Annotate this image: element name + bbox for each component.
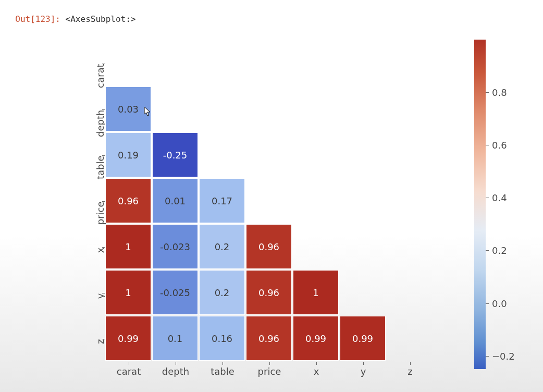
colorbar-tick-mark xyxy=(486,92,489,93)
heatmap-cell-value: 1 xyxy=(125,287,131,298)
x-tick-mark xyxy=(129,362,129,365)
out-prompt-value: <AxesSubplot:> xyxy=(66,14,136,24)
heatmap-cell: 0.16 xyxy=(199,316,245,361)
heatmap-cell-value: 0.96 xyxy=(118,195,139,206)
heatmap-cell: -0.025 xyxy=(152,270,198,315)
heatmap-cell: 0.1 xyxy=(152,316,198,361)
colorbar-tick-label: 0.6 xyxy=(492,140,507,151)
heatmap-cell-value: 0.03 xyxy=(118,104,139,115)
heatmap-cell-value: 0.96 xyxy=(258,287,279,298)
heatmap-cell: 0.19 xyxy=(105,132,151,177)
heatmap-cell-value: 0.96 xyxy=(258,333,279,344)
y-tick-label: price xyxy=(95,202,106,243)
heatmap-cell-value: 0.96 xyxy=(258,241,279,252)
x-tick-mark xyxy=(176,362,176,365)
heatmap-cell: 1 xyxy=(105,270,151,315)
y-tick-label: depth xyxy=(95,110,106,152)
heatmap-cell: -0.25 xyxy=(152,132,198,177)
out-prompt-label: Out[123]: xyxy=(15,14,65,24)
heatmap-cell-value: 0.99 xyxy=(118,333,139,344)
x-tick-label: x xyxy=(293,366,340,377)
colorbar-tick-label: 0.8 xyxy=(492,87,507,98)
x-tick-mark xyxy=(363,362,364,365)
heatmap-cell-value: -0.25 xyxy=(163,150,188,161)
heatmap-cell-value: 0.01 xyxy=(165,195,186,206)
colorbar-tick-label: −0.2 xyxy=(492,350,515,361)
colorbar-tick-label: 0.0 xyxy=(492,298,507,309)
colorbar-tick-mark xyxy=(486,198,489,198)
x-tick-mark xyxy=(223,362,223,365)
jupyter-output-header: Out[123]: <AxesSubplot:> xyxy=(0,0,543,24)
heatmap-cell: 0.99 xyxy=(293,316,339,361)
colorbar-tick-mark xyxy=(486,145,489,145)
heatmap-cell: 0.99 xyxy=(340,316,386,361)
x-tick-mark xyxy=(269,362,270,365)
heatmap-cell: 0.96 xyxy=(246,224,292,269)
heatmap-grid: 0.030.19-0.250.960.010.171-0.0230.20.961… xyxy=(105,41,434,362)
heatmap-cell-value: 0.17 xyxy=(212,195,232,206)
heatmap-cell: 0.96 xyxy=(246,270,292,315)
heatmap-cell-value: 0.19 xyxy=(118,150,139,161)
y-tick-label: z xyxy=(95,339,106,381)
heatmap-cell: 0.01 xyxy=(152,178,198,223)
y-tick-label: x xyxy=(95,248,106,289)
heatmap-cell: 0.96 xyxy=(105,178,151,223)
heatmap-cell-value: 0.99 xyxy=(352,333,373,344)
heatmap-cell: 0.17 xyxy=(199,178,245,223)
colorbar-tick-mark xyxy=(486,356,489,357)
x-tick-label: z xyxy=(387,366,434,377)
heatmap-cell: 1 xyxy=(105,224,151,269)
heatmap-cell: 0.2 xyxy=(199,224,245,269)
heatmap-cell: 0.96 xyxy=(246,316,292,361)
heatmap-cell: 0.99 xyxy=(105,316,151,361)
colorbar: −0.20.00.20.40.60.8 xyxy=(474,40,521,369)
heatmap-cell: -0.023 xyxy=(152,224,198,269)
heatmap-cell-value: -0.023 xyxy=(160,241,190,252)
heatmap-figure: caratdepthtablepricexyz 0.030.19-0.250.9… xyxy=(73,36,532,381)
heatmap-cell-value: 0.2 xyxy=(215,241,230,252)
x-tick-mark xyxy=(316,362,317,365)
heatmap-cell-value: 0.99 xyxy=(305,333,326,344)
heatmap-cell-value: 1 xyxy=(125,241,131,252)
x-tick-label: table xyxy=(199,366,246,377)
x-tick-label: price xyxy=(246,366,293,377)
colorbar-tick-mark xyxy=(486,303,489,304)
y-tick-label: table xyxy=(95,156,106,198)
y-tick-label: y xyxy=(95,293,106,335)
x-tick-label: depth xyxy=(152,366,199,377)
heatmap-cell: 0.03 xyxy=(105,87,151,131)
y-tick-label: carat xyxy=(95,64,106,106)
heatmap-cell: 0.2 xyxy=(199,270,245,315)
heatmap-cell-value: 0.1 xyxy=(168,333,183,344)
x-tick-mark xyxy=(410,362,411,365)
svg-rect-0 xyxy=(474,40,486,369)
x-tick-label: y xyxy=(340,366,387,377)
colorbar-tick-label: 0.2 xyxy=(492,245,507,256)
heatmap-cell-value: 0.16 xyxy=(212,333,232,344)
heatmap-cell-value: 0.2 xyxy=(215,287,230,298)
colorbar-tick-mark xyxy=(486,250,489,251)
colorbar-tick-label: 0.4 xyxy=(492,192,507,203)
heatmap-cell: 1 xyxy=(293,270,339,315)
heatmap-cell-value: -0.025 xyxy=(160,287,190,298)
heatmap-cell-value: 1 xyxy=(313,287,318,298)
x-tick-label: carat xyxy=(105,366,152,377)
